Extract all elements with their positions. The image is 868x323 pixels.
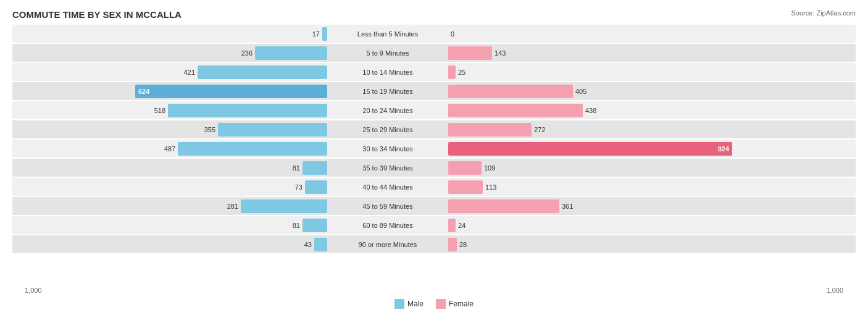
female-value: 272	[534, 126, 545, 133]
row-label: 10 to 14 Minutes	[327, 69, 448, 76]
male-bar	[305, 180, 327, 194]
male-bar	[255, 46, 327, 60]
male-value: 81	[282, 222, 300, 229]
table-row: 48730 to 34 Minutes924	[12, 140, 856, 157]
table-row: 42110 to 14 Minutes25	[12, 63, 856, 81]
male-value: 518	[147, 107, 165, 114]
male-value: 421	[177, 69, 195, 76]
legend-male-box	[394, 299, 404, 309]
x-axis-right: 1,000	[826, 287, 843, 294]
table-row: 28145 to 59 Minutes361	[12, 197, 856, 215]
legend-female-label: Female	[449, 300, 474, 308]
male-bar	[303, 161, 327, 175]
row-label: 45 to 59 Minutes	[327, 203, 448, 210]
row-label: 60 to 89 Minutes	[327, 222, 448, 229]
male-bar	[241, 199, 327, 213]
female-value: 438	[585, 107, 596, 114]
row-label: Less than 5 Minutes	[327, 30, 448, 38]
female-bar	[448, 46, 492, 60]
row-label: 20 to 24 Minutes	[327, 107, 448, 114]
legend-female-box	[436, 299, 446, 309]
male-bar	[218, 123, 327, 136]
row-label: 15 to 19 Minutes	[327, 88, 448, 95]
female-value: 28	[459, 241, 467, 248]
male-value: 236	[234, 49, 252, 57]
male-value: 355	[197, 126, 215, 133]
table-row: 35525 to 29 Minutes272	[12, 120, 856, 138]
table-row: 17Less than 5 Minutes0	[12, 25, 856, 43]
row-label: 40 to 44 Minutes	[327, 183, 448, 191]
x-axis-left: 1,000	[25, 287, 42, 294]
row-label: 30 to 34 Minutes	[327, 145, 448, 153]
legend-male: Male	[394, 299, 424, 309]
table-row: 51820 to 24 Minutes438	[12, 101, 856, 119]
male-bar	[178, 142, 327, 156]
female-bar	[448, 219, 456, 232]
table-row: 7340 to 44 Minutes113	[12, 178, 856, 196]
row-label: 35 to 39 Minutes	[327, 164, 448, 172]
female-value: 405	[575, 88, 586, 95]
female-bar	[448, 180, 483, 194]
female-bar	[448, 238, 457, 251]
male-value: 487	[157, 145, 175, 153]
female-value: 113	[485, 183, 496, 191]
female-bar	[448, 104, 583, 117]
legend-female: Female	[436, 299, 474, 309]
female-bar	[448, 199, 559, 213]
table-row: 2365 to 9 Minutes143	[12, 44, 856, 62]
row-label: 5 to 9 Minutes	[327, 49, 448, 57]
male-value-inside: 624	[138, 88, 149, 95]
table-row: 8135 to 39 Minutes109	[12, 159, 856, 177]
table-row: 4390 or more Minutes28	[12, 235, 856, 253]
female-value: 0	[451, 30, 454, 38]
x-axis: 1,000 1,000	[12, 287, 856, 294]
chart-container: COMMUTE TIME BY SEX IN MCCALLA Source: Z…	[0, 0, 868, 323]
legend: Male Female	[12, 299, 856, 309]
female-value: 24	[458, 222, 465, 229]
female-bar	[448, 65, 456, 79]
male-value: 281	[220, 203, 238, 210]
male-value: 17	[301, 30, 320, 38]
male-bar: 624	[135, 85, 327, 98]
chart-rows: 17Less than 5 Minutes02365 to 9 Minutes1…	[12, 25, 856, 253]
chart-area: 17Less than 5 Minutes02365 to 9 Minutes1…	[12, 25, 856, 284]
female-bar	[448, 85, 573, 98]
female-bar	[448, 161, 482, 175]
row-label: 25 to 29 Minutes	[327, 126, 448, 133]
male-bar	[314, 238, 327, 251]
male-bar	[198, 65, 327, 79]
male-bar	[168, 104, 327, 117]
table-row: 8160 to 89 Minutes24	[12, 216, 856, 234]
male-value: 81	[282, 164, 300, 172]
male-bar	[303, 219, 327, 232]
male-bar	[322, 27, 327, 41]
legend-male-label: Male	[407, 300, 424, 308]
female-bar: 924	[448, 142, 732, 156]
female-value: 143	[495, 49, 506, 57]
chart-title: COMMUTE TIME BY SEX IN MCCALLA	[12, 9, 856, 20]
source-text: Source: ZipAtlas.com	[791, 9, 856, 17]
row-label: 90 or more Minutes	[327, 241, 448, 248]
male-value: 73	[284, 183, 303, 191]
female-value-inside: 924	[718, 145, 729, 153]
female-value: 25	[458, 69, 465, 76]
female-value: 109	[484, 164, 495, 172]
female-bar	[448, 123, 532, 136]
male-value: 43	[293, 241, 312, 248]
female-value: 361	[562, 203, 573, 210]
table-row: 62415 to 19 Minutes405	[12, 82, 856, 100]
